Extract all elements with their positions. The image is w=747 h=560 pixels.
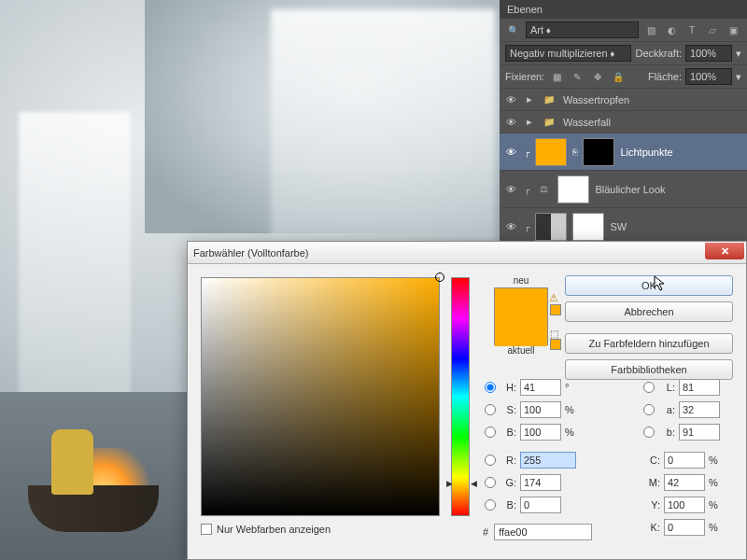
hex-input[interactable] <box>494 524 592 540</box>
layer-name: SW <box>610 221 627 232</box>
b-radio[interactable] <box>485 427 496 438</box>
s-label: S: <box>500 404 516 415</box>
layers-panel-tab[interactable]: Ebenen <box>500 0 747 19</box>
artwork-boat <box>28 485 159 532</box>
h-radio[interactable] <box>485 382 496 393</box>
r-radio[interactable] <box>485 455 496 466</box>
layer-expand-icon[interactable]: ▸ <box>524 93 535 105</box>
filter-adjust-icon[interactable]: ◐ <box>663 22 680 37</box>
layer-mask-thumbnail[interactable] <box>572 213 604 241</box>
cancel-button[interactable]: Abbrechen <box>565 301 733 322</box>
layer-name: Lichtpunkte <box>620 147 672 158</box>
ok-button[interactable]: OK <box>565 275 733 296</box>
layer-row-lichtpunkte[interactable]: 👁 ┌ ⎘ Lichtpunkte <box>500 133 747 171</box>
websafe-swatch[interactable] <box>550 339 561 350</box>
hue-slider[interactable] <box>451 277 470 516</box>
clip-indicator-icon: ┌ <box>524 147 529 157</box>
visibility-icon[interactable]: 👁 <box>503 184 518 195</box>
lock-transparency-icon[interactable]: ▦ <box>548 69 565 84</box>
web-colors-checkbox[interactable] <box>201 524 212 535</box>
hue-marker-right-icon: ◀ <box>471 479 477 488</box>
layer-filter-select[interactable]: Art ♦ <box>526 21 639 38</box>
l-radio[interactable] <box>643 382 655 393</box>
r-input[interactable] <box>520 452 576 469</box>
blend-mode-select[interactable]: Negativ multiplizieren ♦ <box>505 45 631 62</box>
layers-panel: Ebenen 🔍 Art ♦ ▧ ◐ T ▱ ▣ Negativ multipl… <box>500 0 747 243</box>
layer-row-wassertropfen[interactable]: 👁 ▸ 📁 Wassertropfen <box>500 89 747 111</box>
folder-icon: 📁 <box>541 92 557 107</box>
add-swatch-label: Zu Farbfeldern hinzufügen <box>588 338 709 349</box>
dialog-title: Farbwähler (Volltonfarbe) <box>193 247 309 259</box>
adjustment-icon: ⚖ <box>535 182 552 197</box>
layer-name: Wasserfall <box>563 117 611 128</box>
l-label: L: <box>658 382 675 393</box>
fill-dropdown-icon[interactable]: ▾ <box>736 71 741 83</box>
a-radio[interactable] <box>643 404 655 415</box>
clip-indicator-icon: ┌ <box>524 222 529 231</box>
lock-paint-icon[interactable]: ✎ <box>569 69 585 84</box>
fill-label: Fläche: <box>648 71 682 82</box>
c-input[interactable] <box>664 452 705 469</box>
adjustment-thumbnail[interactable] <box>535 213 567 241</box>
lab-b-label: b: <box>658 427 675 438</box>
s-radio[interactable] <box>485 404 496 415</box>
l-input[interactable] <box>679 379 720 396</box>
websafe-icon[interactable]: ⬚ <box>550 329 558 339</box>
gamut-swatch[interactable] <box>550 304 561 315</box>
layer-mask-thumbnail[interactable] <box>557 175 589 203</box>
layer-row-wasserfall[interactable]: 👁 ▸ 📁 Wasserfall <box>500 111 747 133</box>
color-field[interactable] <box>201 277 440 516</box>
layers-list: 👁 ▸ 📁 Wassertropfen 👁 ▸ 📁 Wasserfall 👁 ┌… <box>500 89 747 245</box>
b-input[interactable] <box>520 424 561 441</box>
k-input[interactable] <box>664 519 705 536</box>
a-input[interactable] <box>679 401 720 418</box>
m-label: M: <box>643 477 660 488</box>
visibility-icon[interactable]: 👁 <box>503 117 518 128</box>
color-field-marker <box>435 273 444 282</box>
layer-name: Wassertropfen <box>563 94 629 105</box>
layer-mask-thumbnail[interactable] <box>583 138 614 166</box>
opacity-value: 100% <box>690 48 716 59</box>
rgb-b-label: B: <box>500 499 516 511</box>
current-color-swatch[interactable] <box>495 317 547 346</box>
close-button[interactable]: ✕ <box>705 243 744 259</box>
lab-b-input[interactable] <box>679 424 720 441</box>
filter-shape-icon[interactable]: ▱ <box>704 22 721 37</box>
y-label: Y: <box>643 499 660 511</box>
filter-image-icon[interactable]: ▧ <box>642 22 659 37</box>
new-color-label: neu <box>485 275 557 286</box>
k-unit: % <box>709 522 722 533</box>
visibility-icon[interactable]: 👁 <box>503 221 518 232</box>
lock-position-icon[interactable]: ✥ <box>589 69 606 84</box>
filter-type-icon[interactable]: T <box>684 22 700 37</box>
g-radio[interactable] <box>485 477 496 488</box>
dialog-titlebar[interactable]: Farbwähler (Volltonfarbe) ✕ <box>188 242 746 264</box>
c-label: C: <box>643 455 660 466</box>
filter-label: Art <box>530 24 543 35</box>
hex-prefix: # <box>483 526 488 538</box>
web-colors-label: Nur Webfarben anzeigen <box>217 524 331 535</box>
visibility-icon[interactable]: 👁 <box>503 94 518 105</box>
y-input[interactable] <box>664 497 705 513</box>
rgb-b-radio[interactable] <box>485 499 496 511</box>
folder-icon: 📁 <box>541 115 557 130</box>
g-input[interactable] <box>520 474 561 491</box>
layer-row-blaulicher[interactable]: 👁 ┌ ⚖ Bläulicher Look <box>500 171 747 208</box>
filter-smart-icon[interactable]: ▣ <box>725 22 741 37</box>
opacity-dropdown-icon[interactable]: ▾ <box>736 48 741 60</box>
c-unit: % <box>709 455 722 466</box>
visibility-icon[interactable]: 👁 <box>503 147 518 158</box>
opacity-input[interactable]: 100% <box>685 45 732 62</box>
s-input[interactable] <box>520 401 561 418</box>
layer-expand-icon[interactable]: ▸ <box>524 116 535 128</box>
m-input[interactable] <box>664 474 705 491</box>
layer-thumbnail[interactable] <box>535 138 567 166</box>
add-swatch-button[interactable]: Zu Farbfeldern hinzufügen <box>565 333 733 354</box>
layer-row-sw[interactable]: 👁 ┌ SW <box>500 208 747 245</box>
h-input[interactable] <box>520 379 561 396</box>
lab-b-radio[interactable] <box>643 427 655 438</box>
rgb-b-input[interactable] <box>520 497 561 513</box>
gamut-warning-icon[interactable]: ⚠ <box>549 292 558 303</box>
fill-input[interactable]: 100% <box>685 68 732 85</box>
lock-all-icon[interactable]: 🔒 <box>610 69 627 84</box>
